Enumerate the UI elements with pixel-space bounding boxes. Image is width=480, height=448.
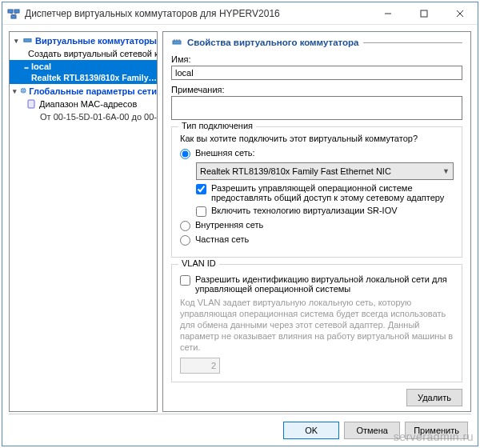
titlebar[interactable]: Диспетчер виртуальных коммутаторов для H… <box>2 2 478 25</box>
radio-label: Частная сеть <box>195 234 249 244</box>
window-title: Диспетчер виртуальных коммутаторов для H… <box>25 8 370 19</box>
tree-item-name: local <box>31 61 157 72</box>
name-label: Имя: <box>171 54 462 64</box>
radio-external-input[interactable] <box>180 149 190 159</box>
tree-mac-range[interactable]: Диапазон MAC-адресов <box>10 98 157 110</box>
dialog-body: ▾ Виртуальные коммутаторы + Создать вирт… <box>2 25 478 414</box>
tree-panel: ▾ Виртуальные коммутаторы + Создать вирт… <box>9 31 158 412</box>
ok-button[interactable]: OK <box>283 422 339 439</box>
tree-label: Диапазон MAC-адресов <box>39 99 137 109</box>
select-value: Realtek RTL8139/810x Family Fast Etherne… <box>200 166 391 176</box>
properties-panel: Свойства виртуального коммутатора Имя: П… <box>162 31 471 412</box>
tree-section-global[interactable]: ▾ Глобальные параметры сети <box>10 84 157 98</box>
mac-icon <box>26 98 37 110</box>
globe-icon <box>20 86 26 97</box>
tree-new-switch[interactable]: + Создать виртуальный сетевой к… <box>10 47 157 60</box>
divider <box>363 42 462 43</box>
radio-label: Внешняя сеть: <box>195 148 254 158</box>
check-label: Разрешить управляющей операционной систе… <box>211 183 454 202</box>
connection-question: Как вы хотите подключить этот виртуальны… <box>180 134 454 143</box>
radio-private[interactable]: Частная сеть <box>180 234 454 246</box>
connection-type-group: Тип подключения Как вы хотите подключить… <box>171 126 462 258</box>
radio-internal[interactable]: Внутренняя сеть <box>180 220 454 231</box>
svg-rect-6 <box>421 10 427 17</box>
switch-icon <box>171 37 182 48</box>
check-vlan-input[interactable] <box>180 275 190 286</box>
switch-icon <box>24 62 29 74</box>
adapter-select[interactable]: Realtek RTL8139/810x Family Fast Etherne… <box>196 162 454 180</box>
app-icon <box>7 7 20 20</box>
svg-rect-18 <box>28 100 34 108</box>
radio-label: Внутренняя сеть <box>195 220 263 230</box>
svg-rect-0 <box>8 10 13 13</box>
tree-item-adapter: Realtek RTL8139/810x Family… <box>31 72 157 83</box>
vlan-id-input <box>180 358 220 374</box>
radio-private-input[interactable] <box>180 235 190 246</box>
check-allow-mgmt-input[interactable] <box>196 184 206 194</box>
tree-section-switches[interactable]: ▾ Виртуальные коммутаторы <box>10 34 157 47</box>
svg-rect-2 <box>11 15 16 18</box>
collapse-icon[interactable]: ▾ <box>13 37 20 45</box>
maximize-button[interactable] <box>406 2 442 25</box>
section-header: Свойства виртуального коммутатора <box>171 37 462 48</box>
tree-label: Виртуальные коммутаторы <box>35 36 157 46</box>
svg-rect-1 <box>14 10 19 13</box>
check-label: Разрешить идентификацию виртуальной лока… <box>195 274 454 294</box>
delete-button[interactable]: Удалить <box>406 389 462 406</box>
notes-label: Примечания: <box>171 85 462 94</box>
minimize-button[interactable] <box>370 2 406 25</box>
apply-button[interactable]: Применить <box>405 422 468 439</box>
group-legend: Тип подключения <box>178 121 256 130</box>
vlan-help-text: Код VLAN задает виртуальную локальную се… <box>180 297 454 353</box>
section-title-text: Свойства виртуального коммутатора <box>187 38 358 47</box>
tree-sublabel: От 00-15-5D-01-6A-00 до 00-15-… <box>40 112 157 122</box>
collapse-icon[interactable]: ▾ <box>13 87 18 95</box>
check-vlan-enable[interactable]: Разрешить идентификацию виртуальной лока… <box>180 274 454 294</box>
check-sriov[interactable]: Включить технологию виртуализации SR-IOV <box>196 206 454 217</box>
check-allow-mgmt[interactable]: Разрешить управляющей операционной систе… <box>196 183 454 202</box>
vlan-group: VLAN ID Разрешить идентификацию виртуаль… <box>171 264 462 382</box>
switch-group-icon <box>22 35 33 46</box>
tree-item-local[interactable]: local Realtek RTL8139/810x Family… <box>10 60 157 84</box>
radio-external[interactable]: Внешняя сеть: <box>180 148 454 159</box>
svg-rect-9 <box>24 39 31 42</box>
group-legend: VLAN ID <box>178 258 219 268</box>
close-button[interactable] <box>442 2 478 25</box>
tree-label: Создать виртуальный сетевой к… <box>28 49 157 58</box>
check-label: Включить технологию виртуализации SR-IOV <box>211 206 398 215</box>
cancel-button[interactable]: Отмена <box>344 422 400 439</box>
svg-rect-19 <box>173 41 181 44</box>
dialog-footer: OK Отмена Применить <box>9 414 471 446</box>
radio-internal-input[interactable] <box>180 221 190 231</box>
dialog-window: Диспетчер виртуальных коммутаторов для H… <box>2 2 478 446</box>
tree-label: Глобальные параметры сети <box>29 86 157 96</box>
notes-textarea[interactable] <box>171 96 462 120</box>
chevron-down-icon: ▼ <box>442 167 450 175</box>
name-input[interactable] <box>171 66 462 80</box>
check-sriov-input[interactable] <box>196 206 206 217</box>
tree-mac-detail: От 00-15-5D-01-6A-00 до 00-15-… <box>10 110 157 122</box>
